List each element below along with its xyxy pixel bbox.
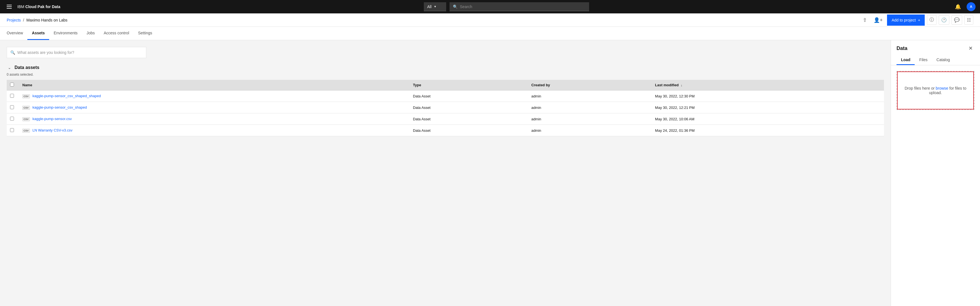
chevron-down-icon: ▼ xyxy=(434,5,437,8)
row-actions-cell xyxy=(867,125,884,136)
row-name-cell: CSV kaggle-pump-sensor_csv_shaped_shaped xyxy=(18,91,409,102)
th-type[interactable]: Type xyxy=(409,80,527,91)
csv-badge: CSV xyxy=(22,94,30,98)
select-all-checkbox[interactable] xyxy=(10,83,14,86)
th-empty xyxy=(867,80,884,91)
right-panel-header: Data ✕ xyxy=(891,40,980,52)
tab-assets[interactable]: Assets xyxy=(27,27,49,40)
asset-search-input[interactable] xyxy=(18,50,143,55)
tab-settings[interactable]: Settings xyxy=(134,27,157,40)
assets-selected-label: 0 assets selected. xyxy=(7,73,884,76)
row-checkbox-cell[interactable] xyxy=(7,125,18,136)
row-type-cell: Data Asset xyxy=(409,91,527,102)
row-last-modified-cell: May 30, 2022, 12:30 PM xyxy=(651,91,867,102)
right-panel-tab-catalog[interactable]: Catalog xyxy=(932,55,954,65)
asset-search-icon: 🔍 xyxy=(10,50,15,55)
row-created-by-cell: admin xyxy=(527,91,651,102)
breadcrumb-current-project: Maximo Hands on Labs xyxy=(26,18,67,22)
row-created-by-cell: admin xyxy=(527,125,651,136)
tab-access-control[interactable]: Access control xyxy=(99,27,134,40)
right-panel-title: Data xyxy=(897,46,907,51)
th-name[interactable]: Name xyxy=(18,80,409,91)
row-actions-cell xyxy=(867,102,884,113)
info-button[interactable]: ⓘ xyxy=(927,15,937,25)
th-last-modified[interactable]: Last modified ↓ xyxy=(651,80,867,91)
section-title: Data assets xyxy=(14,65,39,70)
right-panel-tab-files[interactable]: Files xyxy=(915,55,932,65)
table-row: CSV kaggle-pump-sensor_csv_shaped Data A… xyxy=(7,102,884,113)
add-collaborator-button[interactable]: 👤+ xyxy=(872,15,885,25)
row-name-cell: CSV kaggle-pump-sensor_csv_shaped xyxy=(18,102,409,113)
table-row: CSV LN Warranty CSV-v3.csv Data Asset ad… xyxy=(7,125,884,136)
row-checkbox-1[interactable] xyxy=(10,105,14,109)
user-avatar[interactable]: A xyxy=(967,2,975,11)
upload-button[interactable]: ⇧ xyxy=(861,15,869,25)
breadcrumb-separator: / xyxy=(23,18,24,22)
row-actions-cell xyxy=(867,113,884,125)
table-row: CSV kaggle-pump-sensor_csv_shaped_shaped… xyxy=(7,91,884,102)
row-type-cell: Data Asset xyxy=(409,113,527,125)
main-layout: 🔍 ⌄ Data assets 0 assets selected. Name xyxy=(0,40,980,306)
all-dropdown[interactable]: All ▼ xyxy=(424,2,446,11)
row-last-modified-cell: May 24, 2022, 01:36 PM xyxy=(651,125,867,136)
right-panel-body: Drop files here or browse for files to u… xyxy=(891,65,980,306)
row-name-cell: CSV kaggle-pump-sensor.csv xyxy=(18,113,409,125)
row-actions-cell xyxy=(867,91,884,102)
add-icon: + xyxy=(918,18,920,22)
right-panel-close-button[interactable]: ✕ xyxy=(967,45,974,52)
global-search-wrap[interactable]: 🔍 xyxy=(450,2,589,11)
table-header-row: Name Type Created by Last modified ↓ xyxy=(7,80,884,91)
layout-button[interactable]: ☷ xyxy=(964,15,973,25)
asset-name-link[interactable]: kaggle-pump-sensor.csv xyxy=(32,117,72,121)
right-panel: Data ✕ LoadFilesCatalog Drop files here … xyxy=(891,40,980,306)
row-checkbox-cell[interactable] xyxy=(7,102,18,113)
brand-name: IBM Cloud Pak for Data xyxy=(18,5,60,9)
notifications-icon[interactable]: 🔔 xyxy=(953,3,963,11)
global-search-input[interactable] xyxy=(460,5,586,9)
row-checkbox-3[interactable] xyxy=(10,128,14,132)
asset-name-link[interactable]: LN Warranty CSV-v3.csv xyxy=(32,128,72,132)
table-row: CSV kaggle-pump-sensor.csv Data Asset ad… xyxy=(7,113,884,125)
csv-badge: CSV xyxy=(22,129,30,132)
data-assets-section: ⌄ Data assets 0 assets selected. Name Ty… xyxy=(7,65,884,136)
section-header: ⌄ Data assets xyxy=(7,65,884,70)
tab-jobs[interactable]: Jobs xyxy=(82,27,99,40)
row-created-by-cell: admin xyxy=(527,102,651,113)
browse-link[interactable]: browse xyxy=(935,86,948,91)
asset-name-link[interactable]: kaggle-pump-sensor_csv_shaped xyxy=(32,105,87,110)
row-type-cell: Data Asset xyxy=(409,125,527,136)
sort-down-icon: ↓ xyxy=(681,83,682,87)
collapse-button[interactable]: ⌄ xyxy=(7,65,12,70)
content-area: 🔍 ⌄ Data assets 0 assets selected. Name xyxy=(0,40,891,306)
right-panel-tab-load[interactable]: Load xyxy=(897,55,915,65)
row-name-cell: CSV LN Warranty CSV-v3.csv xyxy=(18,125,409,136)
tab-environments[interactable]: Environments xyxy=(49,27,82,40)
row-last-modified-cell: May 30, 2022, 10:06 AM xyxy=(651,113,867,125)
asset-name-link[interactable]: kaggle-pump-sensor_csv_shaped_shaped xyxy=(32,94,101,98)
row-checkbox-2[interactable] xyxy=(10,117,14,121)
drop-zone-text: Drop files here or browse for files to u… xyxy=(903,86,968,95)
row-last-modified-cell: May 30, 2022, 12:21 PM xyxy=(651,102,867,113)
th-created-by[interactable]: Created by xyxy=(527,80,651,91)
tab-overview[interactable]: Overview xyxy=(7,27,27,40)
csv-badge: CSV xyxy=(22,106,30,110)
drop-zone[interactable]: Drop files here or browse for files to u… xyxy=(897,71,974,110)
row-type-cell: Data Asset xyxy=(409,102,527,113)
right-panel-tabs: LoadFilesCatalog xyxy=(891,55,980,65)
search-icon: 🔍 xyxy=(453,5,458,9)
tab-bar: OverviewAssetsEnvironmentsJobsAccess con… xyxy=(0,27,980,40)
row-checkbox-cell[interactable] xyxy=(7,91,18,102)
add-to-project-button[interactable]: Add to project + xyxy=(887,14,925,26)
assets-table: Name Type Created by Last modified ↓ xyxy=(7,80,884,136)
hamburger-menu[interactable] xyxy=(5,4,14,10)
breadcrumb-projects-link[interactable]: Projects xyxy=(7,18,21,22)
asset-search-wrap[interactable]: 🔍 xyxy=(7,47,146,58)
th-select-all[interactable] xyxy=(7,80,18,91)
top-navigation: IBM Cloud Pak for Data All ▼ 🔍 🔔 A xyxy=(0,0,980,13)
chat-button[interactable]: 💬 xyxy=(951,15,962,25)
row-checkbox-0[interactable] xyxy=(10,94,14,98)
csv-badge: CSV xyxy=(22,117,30,121)
row-created-by-cell: admin xyxy=(527,113,651,125)
history-button[interactable]: 🕐 xyxy=(939,15,949,25)
row-checkbox-cell[interactable] xyxy=(7,113,18,125)
